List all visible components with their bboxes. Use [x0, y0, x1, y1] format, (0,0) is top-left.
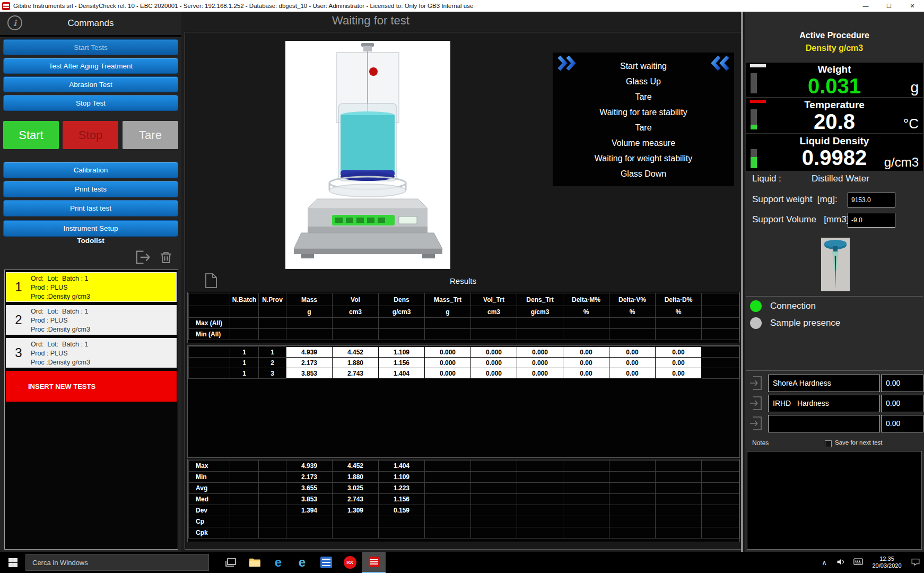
table-cell: 0.00 — [563, 358, 609, 368]
hardness-value-field[interactable]: 0.00 — [881, 395, 923, 412]
table-cell: Dens — [379, 293, 425, 306]
support-weight-input[interactable] — [848, 193, 895, 207]
weight-value: 0.031 — [746, 75, 923, 97]
table-cell: g — [425, 306, 471, 318]
table-cell — [702, 461, 739, 472]
taskbar-search-input[interactable] — [25, 554, 209, 571]
action-center-icon[interactable] — [907, 558, 924, 568]
tool-button[interactable]: Print tests — [3, 181, 178, 197]
table-cell: 2.743 — [333, 368, 379, 379]
table-cell: 0.00 — [609, 368, 656, 379]
command-button[interactable]: Stop Test — [3, 95, 178, 111]
hardness-value-field[interactable]: 0.00 — [881, 375, 923, 392]
import-value-icon[interactable] — [749, 375, 763, 391]
rx-app-icon[interactable]: RX — [338, 552, 362, 573]
table-cell: N.Prov — [259, 293, 286, 306]
status-header: Waiting for test — [0, 14, 742, 28]
table-cell — [471, 329, 517, 340]
weight-unit: g — [910, 79, 919, 96]
touch-keyboard-icon[interactable] — [850, 558, 867, 567]
taskbar-clock[interactable]: 12.35 20/03/2020 — [867, 555, 907, 569]
table-cell: 0.000 — [471, 347, 517, 358]
table-cell: 2.173 — [286, 358, 333, 368]
command-button[interactable]: Abrasion Test — [3, 76, 178, 92]
table-cell — [517, 527, 563, 539]
speaker-icon[interactable] — [833, 558, 850, 568]
results-stats-table: Max4.9394.4521.404Min2.1731.8801.109Avg3… — [188, 460, 739, 539]
table-cell — [656, 318, 702, 329]
stop-button[interactable]: Stop — [63, 121, 118, 149]
support-volume-input[interactable] — [848, 213, 895, 228]
table-cell — [563, 318, 609, 329]
file-explorer-icon[interactable] — [242, 552, 266, 573]
trash-icon[interactable] — [158, 248, 174, 266]
results-data-table: 114.9394.4521.1090.0000.0000.0000.000.00… — [188, 346, 739, 379]
task-view-icon[interactable] — [219, 552, 242, 573]
divider — [746, 296, 923, 297]
data-row[interactable]: 122.1731.8801.1560.0000.0000.0000.000.00… — [189, 358, 739, 368]
divider — [0, 35, 181, 37]
table-cell — [702, 368, 739, 379]
todo-item[interactable]: 2Ord: Lot: Batch : 1Prod : PLUSProc :Den… — [6, 305, 177, 335]
table-cell: 0.159 — [379, 505, 425, 516]
save-for-next-test-checkbox[interactable] — [825, 440, 832, 447]
window-title: Gibitre Instruments srl - DensityCheck r… — [13, 3, 473, 9]
table-cell: 0.000 — [425, 368, 471, 379]
notes-textarea[interactable] — [747, 451, 922, 550]
hardness-label-field[interactable] — [768, 415, 880, 432]
edge-browser-icon[interactable]: e — [266, 552, 290, 573]
import-value-icon[interactable] — [749, 395, 763, 411]
maximize-button[interactable]: ☐ — [877, 0, 901, 12]
panel-divider[interactable] — [741, 12, 743, 552]
tool-button[interactable]: Instrument Setup — [3, 220, 178, 237]
table-cell: 3 — [259, 368, 286, 379]
table-cell — [425, 483, 471, 494]
tare-button[interactable]: Tare — [123, 121, 178, 149]
liquid-density-section: Liquid Density 0.9982 g/cm3 — [746, 134, 923, 171]
chevron-left-icon[interactable] — [709, 55, 730, 71]
todo-item[interactable]: 1Ord: Lot: Batch : 1Prod : PLUSProc :Den… — [6, 272, 177, 302]
close-button[interactable]: ✕ — [901, 0, 924, 12]
table-cell — [517, 494, 563, 505]
hardness-row: IRHD Hardness0.00 — [749, 395, 923, 412]
hardness-label-field[interactable]: IRHD Hardness — [768, 395, 880, 412]
export-test-icon[interactable] — [134, 248, 152, 266]
tool-button[interactable]: Print last test — [3, 200, 178, 216]
table-cell — [286, 329, 333, 340]
support-weight-label: Support weight [mg]: — [752, 194, 838, 205]
results-data-box: 114.9394.4521.1090.0000.0000.0000.000.00… — [187, 345, 740, 458]
todolist: 1Ord: Lot: Batch : 1Prod : PLUSProc :Den… — [4, 270, 178, 550]
import-value-icon[interactable] — [749, 415, 763, 431]
data-row[interactable]: 133.8532.7431.4040.0000.0000.0000.000.00… — [189, 368, 739, 379]
stats-row: Cp — [189, 516, 739, 527]
densitycheck-taskbar-icon[interactable] — [362, 552, 386, 573]
table-cell — [563, 483, 609, 494]
table-cell: 1.404 — [379, 368, 425, 379]
table-cell — [609, 505, 656, 516]
minimize-button[interactable]: — — [854, 0, 877, 12]
support-image — [821, 238, 850, 291]
procedure-step: Start waiting — [553, 58, 734, 74]
main-panel: Start waitingGlass UpTareWaiting for tar… — [185, 32, 742, 550]
todo-item[interactable]: 3Ord: Lot: Batch : 1Prod : PLUSProc :Den… — [6, 338, 177, 368]
tray-chevron-icon[interactable]: ∧ — [816, 559, 833, 567]
insert-new-tests-button[interactable]: INSERT NEW TESTS — [6, 371, 177, 402]
table-cell — [702, 516, 739, 527]
table-cell: 1.880 — [333, 472, 379, 483]
command-button[interactable]: Start Tests — [3, 39, 178, 55]
table-cell: Mass_Trt — [425, 293, 471, 306]
hardness-value-field[interactable]: 0.00 — [881, 415, 923, 432]
start-menu-button[interactable] — [0, 552, 25, 573]
hardness-label-field[interactable]: ShoreA Hardness — [768, 375, 880, 392]
data-row[interactable]: 114.9394.4521.1090.0000.0000.0000.000.00… — [189, 347, 739, 358]
internet-explorer-icon[interactable]: e — [290, 552, 314, 573]
start-button[interactable]: Start — [3, 121, 59, 149]
tool-button[interactable]: Calibration — [3, 162, 178, 178]
measurement-panel: Active Procedure Density g/cm3 Weight 0.… — [745, 12, 924, 552]
table-cell — [563, 527, 609, 539]
table-cell — [333, 329, 379, 340]
command-button[interactable]: Test After Aging Treatment — [3, 58, 178, 74]
divider — [746, 370, 923, 371]
document-app-icon[interactable] — [314, 552, 338, 573]
chevron-right-icon[interactable] — [557, 55, 578, 71]
